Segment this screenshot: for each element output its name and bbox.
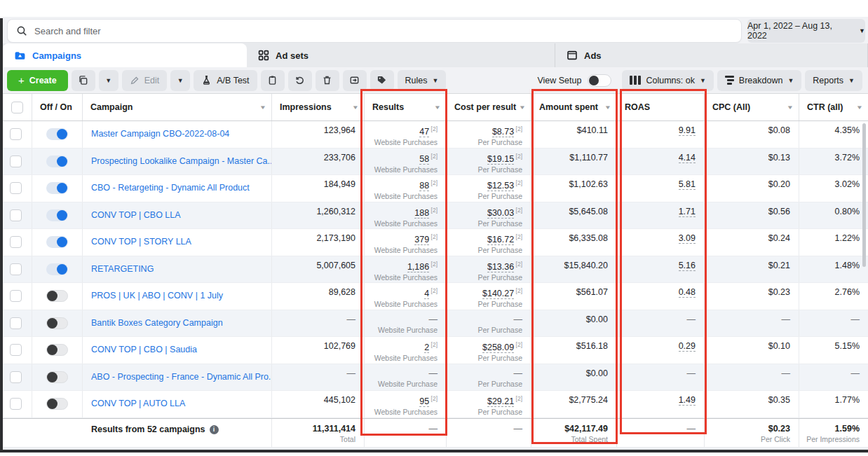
row-checkbox[interactable] bbox=[10, 209, 22, 221]
campaign-toggle[interactable] bbox=[46, 290, 68, 302]
results-value: — bbox=[429, 315, 438, 324]
row-checkbox[interactable] bbox=[10, 156, 22, 167]
table-row: CONV TOP | AUTO LLA445,10295 [2]Website … bbox=[0, 391, 868, 418]
results-value: 47 bbox=[419, 127, 429, 137]
column-header-roas[interactable]: ROAS bbox=[617, 94, 705, 120]
breakdown-button[interactable]: Breakdown ▼ bbox=[717, 70, 801, 91]
sync-button[interactable] bbox=[343, 70, 367, 91]
table-cell: $6,335.08 bbox=[531, 229, 617, 256]
view-setup-toggle[interactable] bbox=[588, 74, 611, 87]
campaign-toggle[interactable] bbox=[46, 182, 68, 194]
table-cell: $561.07 bbox=[531, 283, 617, 310]
search-input[interactable]: Search and filter bbox=[7, 19, 742, 43]
row-checkbox[interactable] bbox=[10, 128, 22, 140]
impressions-value: 1,260,312 bbox=[316, 207, 355, 216]
table-row: CONV TOP | STORY LLA2,173,190379 [2]Webs… bbox=[0, 229, 868, 256]
delete-button[interactable] bbox=[316, 70, 339, 91]
row-toggle-cell bbox=[32, 256, 83, 283]
tab-ads[interactable]: Ads bbox=[555, 43, 868, 67]
table-cell: $0.10 bbox=[705, 337, 799, 364]
rules-button[interactable]: Rules ▼ bbox=[398, 70, 447, 91]
column-header-impressions[interactable]: Impressions▼ bbox=[272, 94, 365, 120]
edit-dropdown-button[interactable]: ▼ bbox=[170, 70, 190, 91]
footnote-marker: [2] bbox=[514, 341, 522, 348]
roas-value: — bbox=[687, 315, 696, 324]
tab-ad-sets[interactable]: Ad sets bbox=[247, 43, 555, 67]
ab-test-button[interactable]: A/B Test bbox=[194, 70, 257, 91]
footer-amount-spent-cell: $42,117.49 Total Spent bbox=[531, 419, 617, 447]
table-cell: 4.35% bbox=[799, 121, 868, 148]
campaign-toggle[interactable] bbox=[46, 263, 68, 275]
row-checkbox[interactable] bbox=[10, 371, 22, 383]
campaign-link[interactable]: CONV TOP | STORY LLA bbox=[91, 237, 191, 247]
campaign-link[interactable]: CONV TOP | AUTO LLA bbox=[91, 399, 185, 408]
column-header-ctr[interactable]: CTR (all)▼ bbox=[799, 94, 868, 120]
date-range-selector[interactable]: Apr 1, 2022 – Aug 13, 2022 ▼ bbox=[747, 19, 865, 43]
table-cell: $0.35 bbox=[705, 391, 799, 417]
campaign-toggle[interactable] bbox=[46, 128, 68, 140]
amount-spent-value: $516.18 bbox=[576, 341, 608, 351]
column-header-cpc[interactable]: CPC (All)▼ bbox=[705, 94, 799, 120]
select-all-checkbox[interactable] bbox=[11, 102, 23, 113]
campaign-toggle[interactable] bbox=[46, 156, 68, 167]
edit-button[interactable]: Edit bbox=[122, 70, 168, 91]
campaign-toggle[interactable] bbox=[46, 236, 68, 248]
clipboard-button[interactable] bbox=[261, 70, 285, 91]
results-value: 95 bbox=[419, 396, 429, 407]
row-checkbox[interactable] bbox=[10, 290, 22, 302]
results-type-label: Website Purchases bbox=[369, 408, 438, 416]
column-header-campaign[interactable]: Campaign▼ bbox=[83, 94, 272, 120]
duplicate-dropdown-button[interactable]: ▼ bbox=[99, 70, 118, 91]
campaign-toggle[interactable] bbox=[46, 398, 68, 410]
roas-value: 1.71 bbox=[679, 207, 696, 217]
footnote-marker: [2] bbox=[429, 261, 438, 268]
roas-value: 3.09 bbox=[679, 233, 696, 244]
row-checkbox[interactable] bbox=[10, 398, 22, 410]
table-row: CBO - Retargeting - Dynamic All Product1… bbox=[0, 175, 868, 202]
campaign-link[interactable]: Prospecting Lookalike Campaign - Master … bbox=[91, 156, 272, 166]
column-header-results[interactable]: Results▼ bbox=[365, 94, 447, 120]
search-placeholder: Search and filter bbox=[34, 26, 101, 36]
campaign-link[interactable]: CBO - Retargeting - Dynamic All Product bbox=[91, 183, 250, 193]
table-cell: $2,775.24 bbox=[531, 391, 617, 417]
row-checkbox[interactable] bbox=[10, 236, 22, 248]
column-header-cost-per-result[interactable]: Cost per result▼ bbox=[447, 94, 531, 120]
row-checkbox-cell bbox=[0, 364, 32, 391]
table-cell: — bbox=[705, 364, 799, 391]
table-cell: — bbox=[799, 364, 868, 391]
row-checkbox[interactable] bbox=[10, 263, 22, 275]
cpc-value: $0.56 bbox=[768, 207, 790, 216]
row-checkbox[interactable] bbox=[10, 182, 22, 194]
campaign-link[interactable]: RETARGETING bbox=[91, 264, 154, 274]
tag-button[interactable] bbox=[370, 70, 394, 91]
footer-cpc-cell: $0.23 Per Click bbox=[705, 419, 799, 447]
undo-button[interactable] bbox=[288, 70, 312, 91]
vertical-scrollbar[interactable] bbox=[862, 123, 866, 267]
row-checkbox[interactable] bbox=[10, 344, 22, 356]
cost-per-result-type-label: Per Purchase bbox=[451, 165, 522, 174]
campaign-toggle[interactable] bbox=[46, 209, 68, 221]
info-icon[interactable]: i bbox=[210, 425, 219, 434]
create-button[interactable]: + Create bbox=[7, 70, 68, 91]
campaign-link[interactable]: CONV TOP | CBO | Saudia bbox=[91, 345, 197, 354]
tab-campaigns[interactable]: Campaigns bbox=[3, 43, 247, 67]
reports-button[interactable]: Reports ▼ bbox=[805, 70, 862, 91]
campaign-name-cell: CONV TOP | CBO LLA bbox=[83, 202, 272, 229]
duplicate-button[interactable] bbox=[72, 70, 95, 91]
campaign-toggle[interactable] bbox=[46, 317, 68, 329]
table-cell: 5,007,605 bbox=[272, 256, 365, 283]
table-cell: $1,110.77 bbox=[531, 148, 617, 175]
campaign-link[interactable]: Master Campaign CBO-2022-08-04 bbox=[91, 129, 229, 139]
row-checkbox[interactable] bbox=[10, 317, 22, 329]
campaign-link[interactable]: PROS | UK | ABO | CONV | 1 July bbox=[91, 291, 223, 300]
column-header-amount-spent[interactable]: Amount spent▼ bbox=[531, 94, 617, 120]
campaign-link[interactable]: Bantik Boxes Category Campaign bbox=[91, 318, 223, 328]
results-type-label: Website Purchases bbox=[369, 354, 438, 362]
campaign-link[interactable]: ABO - Prospecting - France - Dynamic All… bbox=[91, 372, 272, 382]
campaign-toggle[interactable] bbox=[46, 344, 68, 356]
footnote-marker: [2] bbox=[514, 233, 522, 240]
campaign-link[interactable]: CONV TOP | CBO LLA bbox=[91, 210, 181, 220]
sync-icon bbox=[349, 75, 360, 85]
columns-button[interactable]: Columns: ok ▼ bbox=[622, 70, 713, 91]
campaign-toggle[interactable] bbox=[46, 371, 68, 383]
